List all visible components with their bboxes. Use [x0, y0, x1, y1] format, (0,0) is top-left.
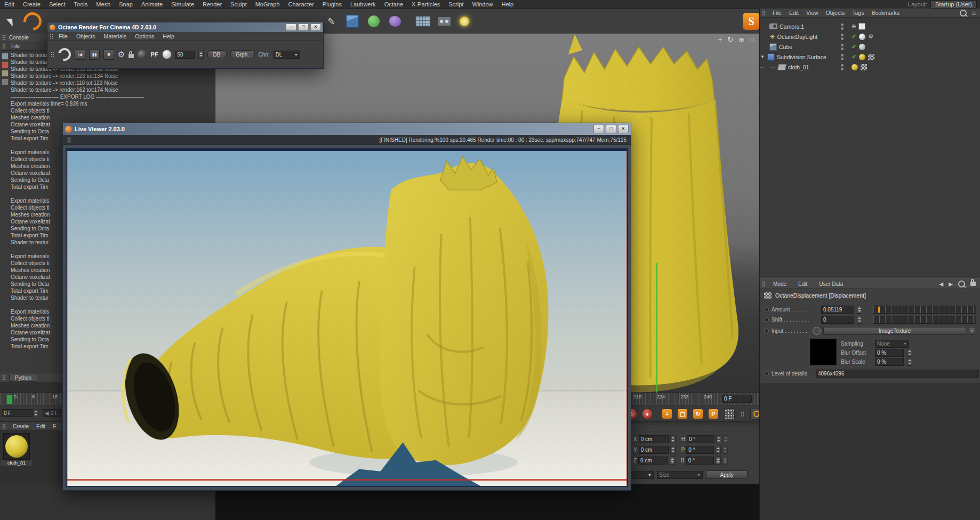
graph-button[interactable]: Grph. [230, 50, 255, 59]
coord-p-field[interactable]: 0 ° [686, 446, 714, 454]
panel-grip-icon[interactable] [741, 411, 744, 417]
panel-grip-icon[interactable] [2, 423, 6, 429]
tab-user-data[interactable]: User Data [815, 281, 847, 287]
expand-arrow-icon[interactable]: ▼ [760, 54, 765, 59]
timeline-frame-marker[interactable] [6, 395, 13, 404]
image-texture-button[interactable]: ImageTexture [823, 327, 966, 335]
material-name-label[interactable]: cloth_01 [1, 460, 32, 466]
octane-menu-item[interactable]: Materials [100, 33, 131, 39]
shift-stepper[interactable] [857, 316, 862, 324]
menu-item[interactable]: Tools [70, 1, 92, 7]
channel-select[interactable]: DL▼ [274, 51, 300, 59]
object-manager-menu-item[interactable]: Edit [785, 10, 802, 16]
coord-x-field[interactable]: 0 cm [639, 435, 669, 443]
key-position-icon[interactable]: + [662, 409, 672, 419]
panel-grip-icon[interactable] [2, 35, 6, 41]
amount-stepper[interactable] [857, 306, 862, 314]
object-row-subdivision[interactable]: ▼ Subdivision Surface ✓ [760, 52, 980, 62]
menu-item[interactable]: Render [198, 1, 226, 7]
menu-item[interactable]: Select [45, 1, 70, 7]
zoom-view-icon[interactable]: ⊕ [738, 36, 744, 44]
menu-item[interactable]: Create [19, 1, 45, 7]
gear-tag-icon[interactable]: ⚙ [868, 33, 873, 40]
enabled-check-icon[interactable]: ✓ [852, 43, 856, 50]
anim-dot-icon[interactable] [764, 317, 769, 322]
menu-item[interactable]: Edit [0, 1, 19, 7]
menu-item[interactable]: Octane [380, 1, 407, 7]
log-text-icon[interactable] [2, 78, 9, 85]
close-button[interactable]: × [618, 125, 629, 133]
object-manager-menu-item[interactable]: Tags [848, 10, 867, 16]
console-file-menu[interactable]: File [9, 43, 22, 49]
samples-stepper[interactable] [198, 51, 204, 59]
current-frame-field[interactable]: 0 F [2, 409, 33, 417]
coord-y-field[interactable]: 0 cm [639, 446, 669, 454]
texture-tag-icon[interactable] [861, 64, 867, 70]
octane-logo-icon[interactable]: S [741, 11, 761, 31]
octane-window-titlebar[interactable]: Octane Render For Cinema 4D 2.03.0 – □ × [47, 22, 323, 32]
pointer-tool-icon[interactable] [2, 12, 20, 30]
panel-grip-icon[interactable] [2, 43, 6, 49]
blur-offset-field[interactable]: 0 % [875, 349, 904, 357]
blur-scale-field[interactable]: 0 % [875, 358, 904, 366]
menu-item[interactable]: Mesh [92, 1, 115, 7]
settings-gear-icon[interactable]: ⚙ [118, 50, 125, 59]
cube-primitive-icon[interactable] [343, 12, 362, 30]
current-frame-stepper[interactable] [33, 409, 38, 417]
range-marker[interactable] [878, 307, 880, 313]
enabled-check-icon[interactable]: ✓ [852, 53, 856, 60]
object-row-cube[interactable]: Cube ✓ [760, 42, 980, 52]
lod-field[interactable]: 4096x4096 [816, 370, 979, 378]
skip-start-icon[interactable]: |◀ [75, 49, 85, 60]
tab-mode[interactable]: Mode [769, 281, 791, 287]
material-tag-icon[interactable] [852, 64, 858, 70]
log-error-icon[interactable] [2, 61, 9, 68]
key-scale-icon[interactable]: ▢ [678, 409, 687, 419]
lock-icon[interactable] [970, 282, 976, 286]
history-back-icon[interactable]: ◀ [939, 281, 944, 287]
octane-menu-item[interactable]: Objects [72, 33, 100, 39]
pf-toggle[interactable]: PF [150, 51, 158, 58]
menu-item[interactable]: Simulate [167, 1, 198, 7]
menu-item[interactable]: Script [444, 1, 468, 7]
object-manager-menu-item[interactable]: Objects [822, 10, 849, 16]
enabled-check-icon[interactable]: ✓ [852, 33, 856, 40]
panel-grip-icon[interactable] [67, 137, 71, 143]
texture-preview[interactable] [810, 339, 837, 365]
log-script-icon[interactable] [2, 70, 9, 77]
menu-item[interactable]: Window [468, 1, 497, 7]
pan-view-icon[interactable]: + [718, 36, 722, 44]
log-page-icon[interactable] [2, 53, 9, 60]
render-ball-icon[interactable] [138, 50, 147, 59]
texture-tag-icon[interactable] [868, 54, 874, 60]
panel-grip-icon[interactable] [762, 10, 766, 16]
search-icon[interactable] [958, 281, 965, 287]
object-row-camera[interactable]: Camera.1 ⊕ [760, 21, 980, 31]
menu-item[interactable]: Animate [137, 1, 167, 7]
maximize-button[interactable]: □ [606, 125, 616, 133]
octane-menu-item[interactable]: Options [131, 33, 158, 39]
menu-item[interactable]: Character [284, 1, 318, 7]
deformer-icon[interactable] [386, 12, 404, 30]
coord-p-stepper[interactable] [716, 446, 721, 454]
tab-edit[interactable]: Edit [794, 281, 812, 287]
panel-grip-icon[interactable] [762, 281, 766, 287]
anim-dot-icon[interactable] [764, 329, 769, 333]
visibility-dots[interactable] [841, 44, 844, 50]
material-menu-item[interactable]: F [49, 423, 60, 429]
anim-dot-icon[interactable] [764, 371, 769, 376]
motion-tag-icon[interactable]: ⊕ [852, 23, 856, 29]
render-view[interactable] [66, 148, 628, 487]
material-menu-item[interactable]: Create [9, 423, 33, 429]
menu-item[interactable]: X-Particles [407, 1, 444, 7]
menu-item[interactable]: MoGraph [251, 1, 284, 7]
history-forward-icon[interactable]: ▶ [949, 281, 953, 287]
key-parameter-icon[interactable]: P [709, 409, 718, 419]
maximize-view-icon[interactable]: □ [750, 36, 754, 44]
picker-ball-icon[interactable] [162, 50, 172, 59]
menu-item[interactable]: Plugins [318, 1, 346, 7]
home-icon[interactable]: ⌂ [972, 9, 976, 17]
menu-item[interactable]: Snap [115, 1, 137, 7]
coord-z-stepper[interactable] [670, 457, 675, 465]
menu-item[interactable]: Laubwerk [346, 1, 380, 7]
